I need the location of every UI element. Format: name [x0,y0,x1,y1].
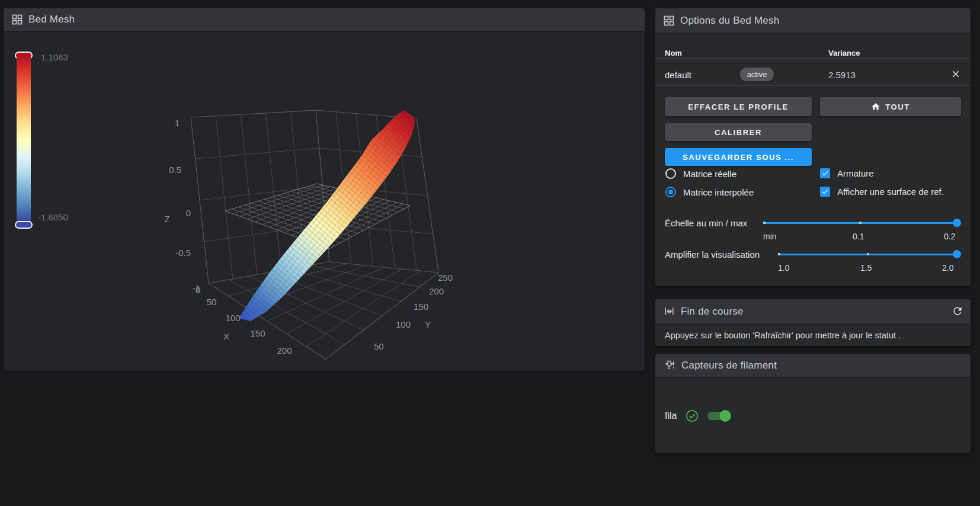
y-tick: 50 [374,341,384,351]
column-header-variance: Variance [828,49,860,57]
x-tick: 0 [196,285,200,295]
radio-interpolated-matrix[interactable]: Matrice interpolée [665,187,754,197]
amplify-slider[interactable] [778,254,957,255]
check-circle-icon [685,409,699,423]
z-tick: 0.5 [169,165,181,175]
active-badge: active [740,68,774,81]
calibrate-button[interactable]: CALIBRER [665,123,812,141]
radio-checked-icon [665,187,676,197]
filament-header: Capteurs de filament [655,354,971,377]
endstops-panel: Fin de course Appuyez sur le bouton 'Raf… [655,299,971,346]
endstops-header: Fin de course [655,299,971,324]
slider-start-mark [778,253,780,255]
checkbox-label: Armature [837,168,874,178]
arrow-expand-horizontal-icon [664,306,675,317]
refresh-icon [952,305,963,317]
home-all-button[interactable]: TOUT [820,97,961,116]
profile-variance: 2.5913 [828,70,856,80]
scale-slider[interactable] [763,222,957,224]
radio-icon [665,168,676,179]
x-axis-label: X [223,331,229,341]
slider-tick: 1.0 [778,263,789,273]
bed-mesh-panel: Bed Mesh 1.1063 -1.6850 [4,8,645,371]
z-tick: 0 [186,208,191,218]
y-tick: 150 [414,302,428,312]
z-axis-label: Z [164,214,169,224]
home-all-label: TOUT [885,103,910,111]
sensor-toggle[interactable] [707,412,730,420]
options-header: Options du Bed Mesh [655,8,971,33]
home-icon [871,102,880,111]
filament-sensor-alert-icon [664,360,675,372]
panel-title: Bed Mesh [28,14,75,25]
scale-slider-thumb[interactable] [953,219,961,227]
amplify-slider-label: Amplifier la visualisation [665,249,760,260]
endstops-message: Appuyez sur le bouton 'Rafraîchir' pour … [665,331,901,340]
slider-mid-mark [859,222,861,224]
x-tick: 50 [207,297,217,307]
slider-start-mark [763,222,766,224]
checkbox-checked-icon [820,187,830,197]
slider-tick: 2.0 [942,263,953,273]
radio-real-matrix[interactable]: Matrice réelle [665,168,736,179]
toggle-knob [719,410,731,422]
grid-icon [664,15,674,26]
amplify-slider-thumb[interactable] [953,250,961,258]
divider [655,58,971,59]
profile-name: default [665,70,691,80]
checkbox-reference-surface[interactable]: Afficher une surface de ref. [820,187,944,197]
filament-sensor-row: fila [665,409,730,423]
y-tick: 200 [429,286,444,296]
panel-title: Options du Bed Mesh [680,15,779,27]
y-tick: 250 [438,273,453,283]
sensor-name: fila [665,411,677,421]
slider-mid-mark [867,253,869,255]
slider-tick: 0.2 [944,232,955,241]
save-as-button[interactable]: SAUVEGARDER SOUS ... [665,148,812,166]
z-tick: -0.5 [175,248,191,258]
bed-mesh-3d-plot[interactable]: 1 0.5 0 -0.5 -1 0 50 100 150 200 50 100 … [4,31,645,371]
x-tick: 200 [277,345,292,356]
radio-label: Matrice interpolée [683,187,754,197]
x-tick: 100 [225,313,240,323]
grid-icon [12,14,23,25]
bed-mesh-header: Bed Mesh [4,8,645,31]
divider [655,85,971,86]
z-tick: 1 [175,118,180,128]
checkbox-checked-icon [820,168,830,178]
scale-slider-label: Échelle au min / max [665,218,747,228]
x-tick: 150 [250,328,265,338]
radio-label: Matrice réelle [683,169,736,179]
y-axis-label: Y [425,319,431,329]
slider-tick: 1.5 [860,263,872,273]
column-header-name: Nom [665,49,682,57]
y-tick: 100 [396,319,411,329]
panel-title: Capteurs de filament [681,360,777,372]
refresh-button[interactable] [952,305,963,317]
close-icon [950,69,961,79]
remove-profile-button[interactable] [950,69,961,79]
bed-mesh-options-panel: Options du Bed Mesh Nom Variance default… [655,8,971,286]
slider-tick: 0.1 [853,232,864,241]
slider-tick: min [763,232,777,241]
delete-profile-button[interactable]: EFFACER LE PROFILE [665,97,812,116]
filament-sensors-panel: Capteurs de filament fila [655,354,971,453]
checkbox-wireframe[interactable]: Armature [820,168,874,178]
panel-title: Fin de course [681,306,744,318]
checkbox-label: Afficher une surface de ref. [837,187,944,197]
